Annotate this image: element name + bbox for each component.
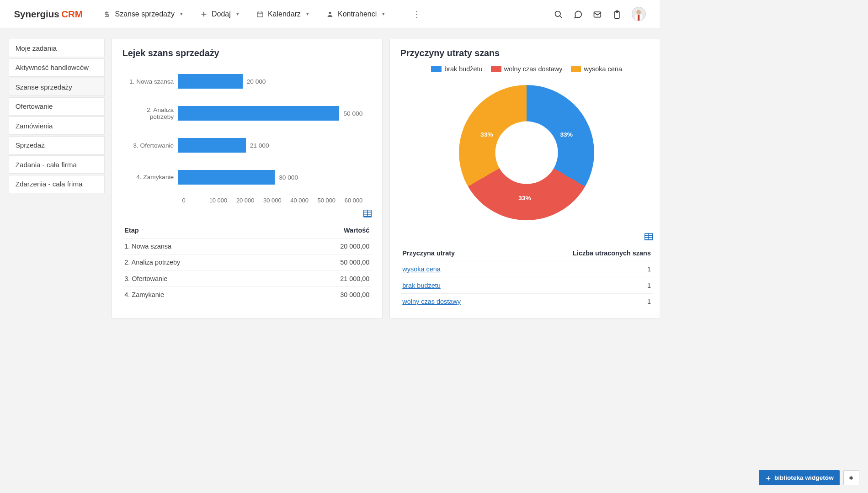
sidebar-item[interactable]: Moje zadania — [9, 39, 105, 57]
bar-category-label: 2. Analiza potrzeby — [122, 106, 178, 120]
header-actions — [554, 7, 646, 21]
mail-icon[interactable] — [593, 9, 602, 19]
plus-icon — [200, 10, 208, 18]
svg-rect-18 — [649, 233, 652, 235]
bar-row: 1. Nowa szansa20 000 — [122, 65, 372, 97]
table-row: brak budżetu1 — [400, 277, 653, 293]
bar-fill: 50 000 — [178, 106, 339, 121]
reason-link[interactable]: wolny czas dostawy — [402, 298, 461, 305]
table-row: wolny czas dostawy1 — [400, 293, 653, 309]
reason-link[interactable]: brak budżetu — [402, 282, 440, 289]
nav-contractors[interactable]: Kontrahenci ▾ — [326, 10, 385, 18]
svg-rect-8 — [638, 15, 640, 21]
loss-data-table: Przyczyna utraty Liczba utraconych szans… — [400, 245, 653, 309]
nav-label: Kalendarz — [268, 10, 301, 18]
table-row: 2. Analiza potrzeby50 000,00 — [122, 254, 372, 270]
chat-icon[interactable] — [574, 9, 583, 19]
bar-category-label: 3. Ofertowanie — [122, 142, 178, 149]
nav-sales-opportunities[interactable]: Szanse sprzedaży ▾ — [103, 10, 183, 18]
reason-link[interactable]: wysoka cena — [402, 265, 440, 273]
nav-calendar[interactable]: Kalendarz ▾ — [256, 10, 309, 18]
nav-label: Szanse sprzedaży — [115, 10, 175, 18]
nav-label: Kontrahenci — [338, 10, 377, 18]
nav-label: Dodaj — [212, 10, 231, 18]
svg-rect-12 — [364, 213, 367, 214]
bar-value-label: 21 000 — [250, 142, 269, 149]
sidebar-item[interactable]: Sprzedaż — [9, 136, 105, 154]
chevron-down-icon: ▾ — [306, 11, 309, 17]
svg-rect-10 — [364, 211, 367, 212]
sidebar-item[interactable]: Zamówienia — [9, 117, 105, 135]
app-header: Synergius CRM Szanse sprzedaży ▾ Dodaj ▾… — [0, 0, 660, 28]
table-row: wysoka cena1 — [400, 261, 653, 277]
funnel-data-table: Etap Wartość 1. Nowa szansa20 000,002. A… — [122, 223, 372, 302]
svg-rect-0 — [257, 12, 263, 17]
cell-reason: wysoka cena — [400, 261, 510, 277]
col-reason: Przyczyna utraty — [400, 245, 510, 261]
svg-point-6 — [637, 10, 641, 15]
col-value: Wartość — [282, 223, 372, 239]
axis-tick: 10 000 — [209, 197, 236, 204]
svg-rect-20 — [649, 236, 652, 237]
sidebar-item[interactable]: Szanse sprzedaży — [9, 78, 105, 96]
axis-tick: 20 000 — [236, 197, 263, 204]
primary-nav: Szanse sprzedaży ▾ Dodaj ▾ Kalendarz ▾ K… — [103, 9, 421, 19]
legend-label: wolny czas dostawy — [504, 65, 563, 73]
cell-stage: 4. Zamykanie — [122, 286, 282, 302]
more-menu-button[interactable]: ⋮ — [413, 9, 421, 19]
axis-tick: 0 — [182, 197, 209, 204]
bar-fill: 20 000 — [178, 74, 242, 89]
svg-point-1 — [329, 12, 331, 14]
sidebar-item[interactable]: Zadania - cała firma — [9, 155, 105, 174]
table-row: 4. Zamykanie30 000,00 — [122, 286, 372, 302]
bar-row: 2. Analiza potrzeby50 000 — [122, 97, 372, 129]
slice-label-3: 33% — [480, 131, 493, 138]
legend-item[interactable]: brak budżetu — [431, 65, 482, 73]
axis-tick: 50 000 — [318, 197, 345, 204]
sidebar-item[interactable]: Aktywność handlowców — [9, 58, 105, 77]
cell-count: 1 — [509, 261, 653, 277]
svg-rect-15 — [368, 215, 371, 216]
svg-rect-14 — [364, 215, 367, 216]
legend-item[interactable]: wolny czas dostawy — [491, 65, 562, 73]
chevron-down-icon: ▾ — [382, 11, 385, 17]
svg-rect-21 — [645, 238, 649, 239]
col-stage: Etap — [122, 223, 282, 239]
table-icon — [363, 210, 372, 219]
legend-swatch — [431, 66, 442, 72]
dollar-icon — [103, 10, 111, 18]
user-avatar[interactable] — [632, 7, 645, 21]
funnel-bar-chart: 1. Nowa szansa20 0002. Analiza potrzeby5… — [122, 65, 372, 204]
sidebar-item[interactable]: Ofertowanie — [9, 97, 105, 116]
col-count: Liczba utraconych szans — [509, 245, 653, 261]
brand-accent: CRM — [61, 9, 83, 20]
axis-tick: 60 000 — [345, 197, 372, 204]
legend-label: wysoka cena — [584, 65, 622, 73]
bar-value-label: 50 000 — [343, 110, 362, 117]
clipboard-icon[interactable] — [612, 9, 622, 19]
chevron-down-icon: ▾ — [236, 11, 239, 17]
svg-rect-17 — [645, 233, 649, 235]
sidebar-item[interactable]: Zdarzenia - cała frima — [9, 175, 105, 193]
cell-value: 20 000,00 — [282, 238, 372, 254]
widget-loss-reasons: Przyczyny utraty szans brak budżetuwolny… — [389, 39, 660, 318]
chevron-down-icon: ▾ — [180, 11, 183, 17]
svg-point-2 — [555, 11, 561, 17]
legend-item[interactable]: wysoka cena — [571, 65, 622, 73]
sidebar-tabs: Moje zadaniaAktywność handlowcówSzanse s… — [9, 39, 105, 318]
cell-count: 1 — [509, 277, 653, 293]
toggle-table-view[interactable] — [122, 210, 372, 219]
svg-rect-22 — [649, 238, 652, 239]
toggle-table-view[interactable] — [400, 233, 653, 242]
bar-value-label: 20 000 — [247, 78, 266, 85]
nav-add[interactable]: Dodaj ▾ — [200, 10, 239, 18]
legend-label: brak budżetu — [444, 65, 482, 73]
donut-legend: brak budżetuwolny czas dostawywysoka cen… — [400, 65, 653, 73]
svg-rect-19 — [645, 236, 649, 237]
search-icon[interactable] — [554, 9, 563, 19]
dashboard-widgets: Lejek szans sprzedaży 1. Nowa szansa20 0… — [112, 39, 660, 318]
main-content: Moje zadaniaAktywność handlowcówSzanse s… — [0, 28, 660, 329]
bar-category-label: 4. Zamykanie — [122, 174, 178, 180]
svg-rect-11 — [368, 211, 371, 212]
donut-chart: 33% 33% 33% — [400, 78, 653, 228]
